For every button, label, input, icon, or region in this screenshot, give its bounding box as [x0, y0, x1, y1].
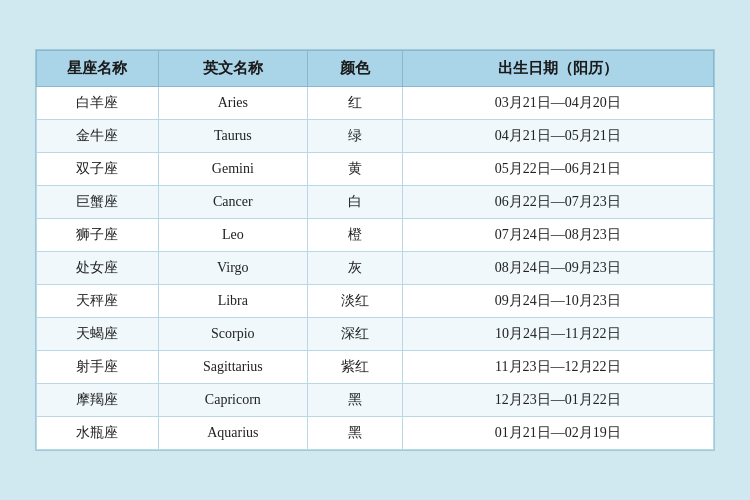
cell-date: 07月24日—08月23日: [402, 219, 713, 252]
cell-en-name: Cancer: [158, 186, 307, 219]
cell-en-name: Leo: [158, 219, 307, 252]
cell-date: 10月24日—11月22日: [402, 318, 713, 351]
table-row: 摩羯座Capricorn黑12月23日—01月22日: [37, 384, 714, 417]
zodiac-table: 星座名称 英文名称 颜色 出生日期（阳历） 白羊座Aries红03月21日—04…: [36, 50, 714, 450]
cell-en-name: Libra: [158, 285, 307, 318]
cell-color: 黑: [307, 417, 402, 450]
cell-color: 紫红: [307, 351, 402, 384]
cell-color: 红: [307, 87, 402, 120]
cell-color: 淡红: [307, 285, 402, 318]
cell-zh-name: 巨蟹座: [37, 186, 159, 219]
cell-color: 深红: [307, 318, 402, 351]
cell-en-name: Sagittarius: [158, 351, 307, 384]
cell-zh-name: 射手座: [37, 351, 159, 384]
cell-color: 黄: [307, 153, 402, 186]
cell-zh-name: 天秤座: [37, 285, 159, 318]
header-date: 出生日期（阳历）: [402, 51, 713, 87]
cell-zh-name: 双子座: [37, 153, 159, 186]
cell-en-name: Aries: [158, 87, 307, 120]
cell-zh-name: 天蝎座: [37, 318, 159, 351]
table-row: 处女座Virgo灰08月24日—09月23日: [37, 252, 714, 285]
table-row: 射手座Sagittarius紫红11月23日—12月22日: [37, 351, 714, 384]
cell-color: 白: [307, 186, 402, 219]
table-row: 巨蟹座Cancer白06月22日—07月23日: [37, 186, 714, 219]
cell-color: 灰: [307, 252, 402, 285]
cell-date: 06月22日—07月23日: [402, 186, 713, 219]
table-row: 天蝎座Scorpio深红10月24日—11月22日: [37, 318, 714, 351]
cell-date: 11月23日—12月22日: [402, 351, 713, 384]
cell-date: 09月24日—10月23日: [402, 285, 713, 318]
cell-zh-name: 摩羯座: [37, 384, 159, 417]
cell-date: 05月22日—06月21日: [402, 153, 713, 186]
cell-zh-name: 金牛座: [37, 120, 159, 153]
cell-color: 绿: [307, 120, 402, 153]
cell-date: 04月21日—05月21日: [402, 120, 713, 153]
cell-zh-name: 水瓶座: [37, 417, 159, 450]
cell-en-name: Scorpio: [158, 318, 307, 351]
table-body: 白羊座Aries红03月21日—04月20日金牛座Taurus绿04月21日—0…: [37, 87, 714, 450]
cell-color: 黑: [307, 384, 402, 417]
cell-date: 03月21日—04月20日: [402, 87, 713, 120]
table-row: 白羊座Aries红03月21日—04月20日: [37, 87, 714, 120]
table-header-row: 星座名称 英文名称 颜色 出生日期（阳历）: [37, 51, 714, 87]
cell-zh-name: 白羊座: [37, 87, 159, 120]
cell-date: 08月24日—09月23日: [402, 252, 713, 285]
zodiac-table-container: 星座名称 英文名称 颜色 出生日期（阳历） 白羊座Aries红03月21日—04…: [35, 49, 715, 451]
header-en-name: 英文名称: [158, 51, 307, 87]
table-row: 狮子座Leo橙07月24日—08月23日: [37, 219, 714, 252]
table-row: 金牛座Taurus绿04月21日—05月21日: [37, 120, 714, 153]
table-row: 天秤座Libra淡红09月24日—10月23日: [37, 285, 714, 318]
header-zh-name: 星座名称: [37, 51, 159, 87]
table-row: 双子座Gemini黄05月22日—06月21日: [37, 153, 714, 186]
cell-zh-name: 处女座: [37, 252, 159, 285]
cell-en-name: Taurus: [158, 120, 307, 153]
cell-date: 01月21日—02月19日: [402, 417, 713, 450]
table-row: 水瓶座Aquarius黑01月21日—02月19日: [37, 417, 714, 450]
cell-en-name: Capricorn: [158, 384, 307, 417]
header-color: 颜色: [307, 51, 402, 87]
cell-en-name: Aquarius: [158, 417, 307, 450]
cell-en-name: Virgo: [158, 252, 307, 285]
cell-zh-name: 狮子座: [37, 219, 159, 252]
cell-en-name: Gemini: [158, 153, 307, 186]
cell-date: 12月23日—01月22日: [402, 384, 713, 417]
cell-color: 橙: [307, 219, 402, 252]
